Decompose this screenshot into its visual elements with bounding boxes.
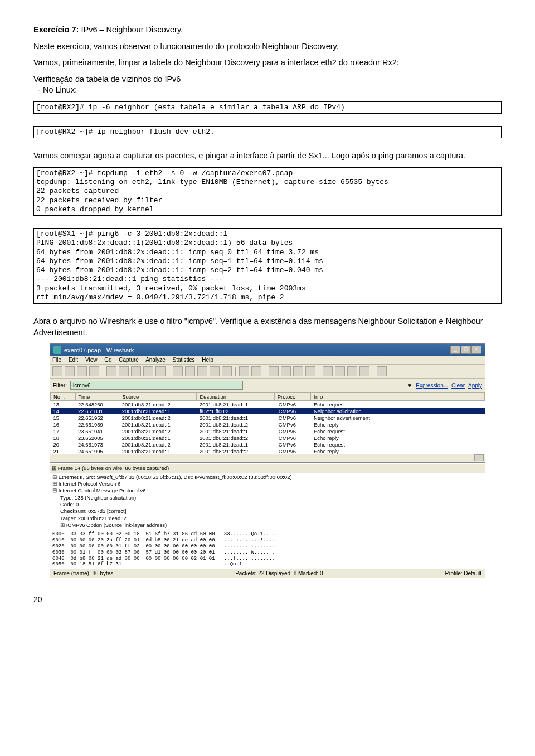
paragraph-capture: Vamos começar agora a capturar os pacote…	[33, 151, 502, 162]
filter-input[interactable]	[70, 381, 243, 390]
menu-file[interactable]: File	[52, 357, 61, 363]
page-number: 20	[33, 595, 502, 604]
detail-line: Code: 0	[52, 501, 483, 508]
detail-frame-header: Frame 14 (86 bytes on wire, 86 bytes cap…	[58, 465, 169, 471]
wireshark-title: exerc07.pcap - Wireshark	[64, 347, 134, 353]
col-time[interactable]: Time	[75, 393, 119, 401]
wireshark-packet-list[interactable]: No. . Time Source Destination Protocol I…	[50, 392, 485, 463]
toolbar-button[interactable]	[293, 366, 303, 376]
toolbar-button[interactable]	[197, 366, 207, 376]
codebox-neighbor-show: [root@RX2]# ip -6 neighbor (esta tabela …	[33, 101, 502, 114]
toolbar-button[interactable]	[77, 366, 87, 376]
toolbar-button[interactable]	[155, 366, 166, 376]
toolbar-separator	[319, 367, 319, 376]
menu-analyze[interactable]: Analyze	[145, 357, 166, 363]
toolbar-button[interactable]	[106, 366, 116, 376]
status-left: Frame (frame), 86 bytes	[54, 570, 113, 576]
col-no[interactable]: No. .	[51, 393, 76, 401]
menu-go[interactable]: Go	[104, 357, 111, 363]
wireshark-window: exerc07.pcap - Wireshark _ □ × File Edit…	[50, 343, 485, 578]
detail-line: ⊞ Internet Protocol Version 6	[52, 481, 483, 487]
detail-line: ⊞ Ethernet II, Src: Swsoft_6f:b7:31 (00:…	[52, 474, 483, 481]
toolbar-button[interactable]	[185, 366, 195, 376]
toolbar-separator	[265, 367, 265, 376]
toolbar-button[interactable]	[281, 366, 291, 376]
menu-help[interactable]: Help	[202, 357, 213, 363]
toolbar-separator	[169, 367, 169, 376]
table-row[interactable]: 1522.6519522001:db8:21:dead::22001:db8:2…	[51, 414, 485, 421]
wireshark-statusbar: Frame (frame), 86 bytes Packets: 22 Disp…	[50, 569, 485, 578]
table-row[interactable]: 2124.6519952001:db8:21:dead::12001:db8:2…	[51, 448, 485, 454]
close-button[interactable]: ×	[471, 346, 481, 354]
wireshark-titlebar: exerc07.pcap - Wireshark _ □ ×	[50, 344, 485, 356]
wireshark-hex-pane[interactable]: 0000 33 33 ff 00 00 02 00 18 51 6f b7 31…	[50, 530, 485, 569]
toolbar-button[interactable]	[119, 366, 129, 376]
wireshark-app-icon	[54, 346, 61, 354]
exercise-title-rest: IPv6 – Neighbour Discovery.	[79, 25, 183, 34]
toolbar-button[interactable]	[251, 366, 261, 376]
status-right: Profile: Default	[445, 570, 481, 576]
filter-expression-link[interactable]: Expression...	[416, 382, 448, 389]
filter-clear-link[interactable]: Clear	[451, 382, 465, 389]
table-row[interactable]: 1322.6482602001:db8:21:dead::22001:db8:2…	[51, 401, 485, 408]
col-source[interactable]: Source	[119, 393, 197, 401]
wireshark-filter-bar: Filter: ▼ Expression... Clear Apply	[50, 379, 485, 392]
menu-statistics[interactable]: Statistics	[173, 357, 195, 363]
toolbar-separator	[373, 367, 373, 376]
col-destination[interactable]: Destination	[197, 393, 274, 401]
wireshark-menubar: File Edit View Go Capture Analyze Statis…	[50, 356, 485, 365]
minimize-button[interactable]: _	[450, 346, 460, 354]
maximize-button[interactable]: □	[461, 346, 471, 354]
scrollbar-icon[interactable]	[474, 454, 484, 461]
toolbar-button[interactable]	[335, 366, 345, 376]
section-header: Verificação da tabela de vizinhos do IPv…	[33, 74, 502, 85]
table-row[interactable]: 1723.6519412001:db8:21:dead::22001:db8:2…	[51, 428, 485, 434]
wireshark-detail-pane[interactable]: ⊞ Frame 14 (86 bytes on wire, 86 bytes c…	[50, 463, 485, 530]
status-mid: Packets: 22 Displayed: 8 Marked: 0	[235, 570, 323, 576]
table-row[interactable]: 1823.6520052001:db8:21:dead::12001:db8:2…	[51, 434, 485, 441]
toolbar-button[interactable]	[305, 366, 315, 376]
toolbar-button[interactable]	[173, 366, 183, 376]
toolbar-separator	[103, 367, 103, 376]
table-row[interactable]: 2024.6519732001:db8:21:dead::22001:db8:2…	[51, 441, 485, 448]
toolbar-button[interactable]	[131, 366, 141, 376]
menu-edit[interactable]: Edit	[69, 357, 78, 363]
toolbar-button[interactable]	[222, 366, 232, 376]
toolbar-button[interactable]	[323, 366, 333, 376]
col-info[interactable]: Info	[311, 393, 485, 401]
toolbar-button[interactable]	[65, 366, 75, 376]
detail-line: Type: 135 (Neighbor solicitation)	[52, 495, 483, 501]
toolbar-button[interactable]	[239, 366, 249, 376]
toolbar-button[interactable]	[269, 366, 279, 376]
bullet-linux: - No Linux:	[33, 85, 502, 96]
codebox-ping6: [root@SX1 ~]# ping6 -c 3 2001:db8:2x:dea…	[33, 228, 502, 304]
toolbar-button[interactable]	[377, 366, 387, 376]
codebox-neighbor-flush: [root@RX2 ~]# ip neighbor flush dev eth2…	[33, 126, 502, 138]
paragraph-wireshark: Abra o arquivo no Wireshark e use o filt…	[33, 316, 502, 338]
toolbar-button[interactable]	[89, 366, 99, 376]
table-row[interactable]: 1622.6519592001:db8:21:dead::12001:db8:2…	[51, 421, 485, 428]
toolbar-button[interactable]	[210, 366, 220, 376]
detail-line: ⊟ Internet Control Message Protocol v6	[52, 487, 483, 494]
toolbar-button[interactable]	[52, 366, 62, 376]
exercise-title-prefix: Exercício 7:	[33, 25, 79, 34]
codebox-tcpdump: [root@RX2 ~]# tcpdump -i eth2 -s 0 -w /c…	[33, 167, 502, 216]
col-protocol[interactable]: Protocol	[274, 393, 311, 401]
toolbar-separator	[235, 367, 236, 376]
intro-paragraph-2: Vamos, primeiramente, limpar a tabela do…	[33, 57, 502, 69]
toolbar-button[interactable]	[143, 366, 153, 376]
detail-line: ⊞ ICMPv6 Option (Source link-layer addre…	[52, 522, 483, 529]
menu-view[interactable]: View	[85, 357, 98, 363]
filter-apply-link[interactable]: Apply	[468, 382, 482, 389]
filter-label: Filter:	[53, 382, 67, 389]
detail-line: Target: 2001:db8:21:dead::2	[52, 515, 483, 522]
wireshark-toolbar	[50, 365, 485, 379]
detail-line: Checksum: 0x57d1 [correct]	[52, 508, 483, 515]
intro-paragraph-1: Neste exercício, vamos observar o funcio…	[33, 41, 502, 52]
toolbar-button[interactable]	[359, 366, 369, 376]
table-row[interactable]: 1422.6518312001:db8:21:dead::1ff02::1:ff…	[51, 408, 485, 414]
menu-capture[interactable]: Capture	[119, 357, 139, 363]
toolbar-button[interactable]	[347, 366, 357, 376]
